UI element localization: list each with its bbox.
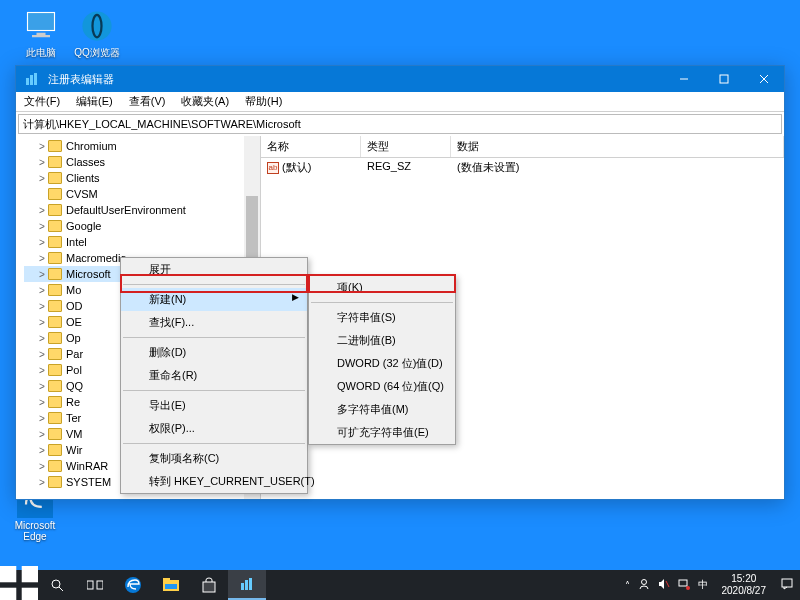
- expand-icon[interactable]: >: [36, 173, 48, 184]
- value-row[interactable]: ab(默认) REG_SZ (数值未设置): [261, 158, 784, 177]
- reg-sz-icon: ab: [267, 162, 279, 174]
- mi-rename[interactable]: 重命名(R): [121, 364, 307, 387]
- expand-icon[interactable]: >: [36, 461, 48, 472]
- expand-icon[interactable]: >: [36, 333, 48, 344]
- close-button[interactable]: [744, 66, 784, 92]
- folder-icon: [48, 380, 62, 392]
- menu-view[interactable]: 查看(V): [121, 92, 174, 111]
- tray-clock[interactable]: 15:20 2020/8/27: [716, 573, 773, 597]
- expand-icon[interactable]: >: [36, 269, 48, 280]
- mi-multi[interactable]: 多字符串值(M): [309, 398, 455, 421]
- desktop-icon-qq[interactable]: QQ浏览器: [72, 8, 122, 60]
- titlebar[interactable]: 注册表编辑器: [16, 66, 784, 92]
- mi-delete[interactable]: 删除(D): [121, 341, 307, 364]
- folder-icon: [48, 156, 62, 168]
- expand-icon[interactable]: >: [36, 381, 48, 392]
- svg-rect-13: [0, 566, 16, 582]
- expand-icon[interactable]: >: [36, 413, 48, 424]
- tree-label: Wir: [66, 444, 83, 456]
- svg-point-17: [52, 580, 60, 588]
- menu-edit[interactable]: 编辑(E): [68, 92, 121, 111]
- tree-item[interactable]: >Classes: [24, 154, 260, 170]
- tree-label: Ter: [66, 412, 81, 424]
- start-button[interactable]: [0, 570, 38, 600]
- folder-icon: [48, 284, 62, 296]
- expand-icon[interactable]: >: [36, 301, 48, 312]
- tree-label: CVSM: [66, 188, 98, 200]
- tree-label: Re: [66, 396, 80, 408]
- mi-permissions[interactable]: 权限(P)...: [121, 417, 307, 440]
- expand-icon[interactable]: >: [36, 317, 48, 328]
- tray-notifications-icon[interactable]: [780, 577, 794, 593]
- taskbar-edge[interactable]: [114, 570, 152, 600]
- expand-icon[interactable]: >: [36, 445, 48, 456]
- mi-export[interactable]: 导出(E): [121, 394, 307, 417]
- mi-expand[interactable]: 展开: [121, 258, 307, 281]
- tree-item[interactable]: >Clients: [24, 170, 260, 186]
- expand-icon[interactable]: >: [36, 253, 48, 264]
- mi-goto-hkcu[interactable]: 转到 HKEY_CURRENT_USER(T): [121, 470, 307, 493]
- expand-icon[interactable]: >: [36, 365, 48, 376]
- folder-icon: [48, 348, 62, 360]
- desktop-icon-this-pc[interactable]: 此电脑: [16, 8, 66, 60]
- tree-label: Intel: [66, 236, 87, 248]
- taskbar-explorer[interactable]: [152, 570, 190, 600]
- search-button[interactable]: [38, 570, 76, 600]
- mi-string[interactable]: 字符串值(S): [309, 306, 455, 329]
- tray-ime[interactable]: 中: [698, 578, 708, 592]
- expand-icon[interactable]: >: [36, 141, 48, 152]
- mi-expand[interactable]: 可扩充字符串值(E): [309, 421, 455, 444]
- expand-icon[interactable]: >: [36, 349, 48, 360]
- taskbar-store[interactable]: [190, 570, 228, 600]
- expand-icon[interactable]: >: [36, 477, 48, 488]
- col-type[interactable]: 类型: [361, 136, 451, 157]
- menu-favorites[interactable]: 收藏夹(A): [173, 92, 237, 111]
- folder-icon: [48, 220, 62, 232]
- expand-icon[interactable]: >: [36, 397, 48, 408]
- expand-icon[interactable]: >: [36, 237, 48, 248]
- folder-icon: [48, 332, 62, 344]
- tray-network-icon[interactable]: [678, 578, 690, 592]
- svg-rect-7: [30, 75, 33, 85]
- expand-icon[interactable]: >: [36, 429, 48, 440]
- tree-item[interactable]: >Intel: [24, 234, 260, 250]
- minimize-button[interactable]: [664, 66, 704, 92]
- value-name: (默认): [282, 160, 311, 175]
- tray-people-icon[interactable]: [638, 578, 650, 592]
- mi-qword[interactable]: QWORD (64 位)值(Q): [309, 375, 455, 398]
- svg-rect-0: [28, 13, 55, 31]
- mi-binary[interactable]: 二进制值(B): [309, 329, 455, 352]
- tree-label: WinRAR: [66, 460, 108, 472]
- folder-icon: [48, 364, 62, 376]
- menu-help[interactable]: 帮助(H): [237, 92, 290, 111]
- expand-icon[interactable]: >: [36, 285, 48, 296]
- tray-chevron-icon[interactable]: ˄: [625, 580, 630, 591]
- svg-rect-31: [679, 580, 687, 586]
- mi-copykeyname[interactable]: 复制项名称(C): [121, 447, 307, 470]
- expand-icon[interactable]: >: [36, 157, 48, 168]
- expand-icon[interactable]: >: [36, 221, 48, 232]
- tree-item[interactable]: >DefaultUserEnvironment: [24, 202, 260, 218]
- tree-label: OD: [66, 300, 83, 312]
- mi-new[interactable]: 新建(N)▶: [121, 288, 307, 311]
- tree-item[interactable]: >Chromium: [24, 138, 260, 154]
- maximize-button[interactable]: [704, 66, 744, 92]
- folder-icon: [48, 428, 62, 440]
- tree-item[interactable]: >Google: [24, 218, 260, 234]
- mi-find[interactable]: 查找(F)...: [121, 311, 307, 334]
- col-name[interactable]: 名称: [261, 136, 361, 157]
- mi-dword[interactable]: DWORD (32 位)值(D): [309, 352, 455, 375]
- menu-file[interactable]: 文件(F): [16, 92, 68, 111]
- tree-label: Clients: [66, 172, 100, 184]
- task-view-button[interactable]: [76, 570, 114, 600]
- tree-item[interactable]: CVSM: [24, 186, 260, 202]
- taskbar-regedit[interactable]: [228, 570, 266, 600]
- tree-label: SYSTEM: [66, 476, 111, 488]
- icon-label: 此电脑: [16, 46, 66, 60]
- svg-point-32: [686, 586, 690, 590]
- col-data[interactable]: 数据: [451, 136, 784, 157]
- address-bar[interactable]: 计算机\HKEY_LOCAL_MACHINE\SOFTWARE\Microsof…: [18, 114, 782, 134]
- tray-volume-icon[interactable]: [658, 578, 670, 592]
- expand-icon[interactable]: >: [36, 205, 48, 216]
- mi-key[interactable]: 项(K): [309, 276, 455, 299]
